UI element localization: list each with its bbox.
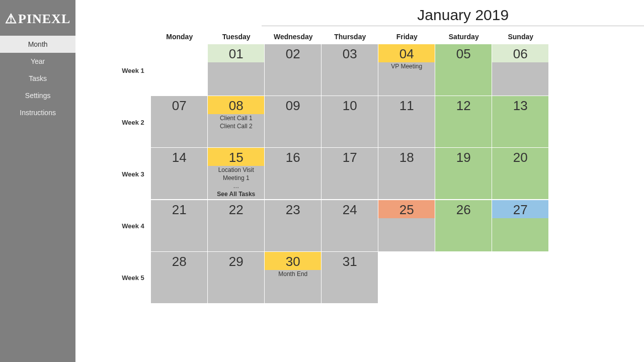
sidebar: ⚠PINEXL MonthYearTasksSettingsInstructio… xyxy=(0,0,75,362)
day-number: 31 xyxy=(321,252,378,270)
calendar-cell[interactable]: 01 xyxy=(208,44,265,96)
cell-tasks xyxy=(492,114,548,147)
cell-tasks xyxy=(208,218,264,251)
nav-item-tasks[interactable]: Tasks xyxy=(0,70,75,87)
cell-tasks xyxy=(151,166,207,199)
cell-tasks: VP Meeting xyxy=(378,62,435,96)
day-number: 23 xyxy=(265,200,321,218)
day-number: 08 xyxy=(208,96,264,114)
cell-tasks: Month End xyxy=(265,270,321,303)
cell-tasks xyxy=(378,114,435,147)
calendar-cell[interactable]: 29 xyxy=(208,252,265,304)
cell-tasks xyxy=(435,114,492,147)
cell-tasks xyxy=(435,218,492,251)
cell-tasks xyxy=(208,62,264,96)
day-number: 15 xyxy=(208,148,264,166)
day-number: 02 xyxy=(265,44,321,62)
calendar-cell[interactable]: 20 xyxy=(492,148,549,200)
calendar-cell[interactable]: 19 xyxy=(435,148,492,200)
calendar: Week 1Week 2Week 3Week 4Week 5 MondayTue… xyxy=(101,29,644,304)
day-number: 11 xyxy=(378,96,435,114)
task-entry: Client Call 2 xyxy=(208,122,264,130)
week-label: Week 4 xyxy=(101,200,151,252)
day-number: 26 xyxy=(435,200,492,218)
calendar-cell[interactable]: 12 xyxy=(435,96,492,148)
task-entry: Month End xyxy=(265,270,321,278)
day-number: 30 xyxy=(265,252,321,270)
task-entry: Client Call 1 xyxy=(208,114,264,122)
cell-tasks xyxy=(265,218,321,251)
day-number: 09 xyxy=(265,96,321,114)
calendar-cell[interactable]: 23 xyxy=(265,200,321,252)
calendar-cell[interactable]: 21 xyxy=(151,200,208,252)
cell-tasks xyxy=(265,114,321,147)
day-number: 21 xyxy=(151,200,207,218)
cell-tasks: Client Call 1Client Call 2 xyxy=(208,114,264,147)
day-number: 24 xyxy=(321,200,378,218)
nav-item-instructions[interactable]: Instructions xyxy=(0,104,75,121)
calendar-cell[interactable]: 11 xyxy=(378,96,435,148)
calendar-cell[interactable]: 30Month End xyxy=(265,252,321,304)
day-number: 03 xyxy=(321,44,378,62)
cell-tasks xyxy=(208,270,264,303)
calendar-cell[interactable]: 28 xyxy=(151,252,208,304)
calendar-cell[interactable]: 14 xyxy=(151,148,208,200)
calendar-cell[interactable]: 24 xyxy=(321,200,378,252)
cell-tasks xyxy=(378,218,435,251)
cell-tasks xyxy=(435,166,492,199)
cell-tasks xyxy=(265,166,321,199)
day-number: 25 xyxy=(378,200,435,218)
cell-tasks xyxy=(378,166,435,199)
calendar-cell[interactable]: 06 xyxy=(492,44,549,96)
cell-tasks xyxy=(265,62,321,96)
nav-list: MonthYearTasksSettingsInstructions xyxy=(0,36,75,121)
calendar-cell[interactable]: 17 xyxy=(321,148,378,200)
day-number: 05 xyxy=(435,44,492,62)
cell-tasks xyxy=(321,218,378,251)
day-of-week-header: Wednesday xyxy=(265,29,321,44)
calendar-cell[interactable]: 22 xyxy=(208,200,265,252)
calendar-cell[interactable]: 05 xyxy=(435,44,492,96)
calendar-cell[interactable]: 07 xyxy=(151,96,208,148)
cell-tasks xyxy=(321,114,378,147)
calendar-cell[interactable]: 09 xyxy=(265,96,321,148)
calendar-cell[interactable]: 15Location VisitMeeting 1…See All Tasks xyxy=(208,148,265,200)
calendar-cell[interactable]: 25 xyxy=(378,200,435,252)
day-of-week-header: Saturday xyxy=(435,29,492,44)
week-label: Week 1 xyxy=(101,45,151,97)
nav-item-month[interactable]: Month xyxy=(0,36,75,53)
calendar-cell[interactable]: 27 xyxy=(492,200,549,252)
task-entry: Meeting 1 xyxy=(208,174,264,182)
cell-tasks xyxy=(435,62,492,96)
main-area: January 2019 Week 1Week 2Week 3Week 4Wee… xyxy=(75,0,644,362)
cell-tasks: Location VisitMeeting 1…See All Tasks xyxy=(208,166,264,199)
day-of-week-header: Tuesday xyxy=(208,29,265,44)
day-number: 10 xyxy=(321,96,378,114)
cell-tasks xyxy=(151,114,207,147)
see-all-tasks[interactable]: See All Tasks xyxy=(208,190,264,198)
calendar-cell[interactable]: 04VP Meeting xyxy=(378,44,435,96)
day-number: 07 xyxy=(151,96,207,114)
calendar-cell[interactable]: 16 xyxy=(265,148,321,200)
nav-item-year[interactable]: Year xyxy=(0,53,75,70)
day-of-week-header: Thursday xyxy=(321,29,378,44)
calendar-cell[interactable]: 13 xyxy=(492,96,549,148)
calendar-cell[interactable]: 02 xyxy=(265,44,321,96)
calendar-cell[interactable]: 10 xyxy=(321,96,378,148)
calendar-cell[interactable]: 26 xyxy=(435,200,492,252)
calendar-cell[interactable]: 18 xyxy=(378,148,435,200)
day-of-week-header: Friday xyxy=(378,29,435,44)
calendar-cell[interactable]: 03 xyxy=(321,44,378,96)
logo-text: PINEXL xyxy=(18,12,70,27)
cell-tasks xyxy=(321,166,378,199)
cell-tasks xyxy=(492,218,548,251)
calendar-cell[interactable]: 08Client Call 1Client Call 2 xyxy=(208,96,265,148)
week-label: Week 2 xyxy=(101,97,151,148)
day-number: 06 xyxy=(492,44,548,62)
week-label: Week 3 xyxy=(101,148,151,200)
nav-item-settings[interactable]: Settings xyxy=(0,87,75,104)
logo-mark-icon: ⚠ xyxy=(5,11,17,27)
cell-tasks xyxy=(321,62,378,96)
page-title: January 2019 xyxy=(262,7,644,26)
calendar-cell[interactable]: 31 xyxy=(321,252,378,304)
